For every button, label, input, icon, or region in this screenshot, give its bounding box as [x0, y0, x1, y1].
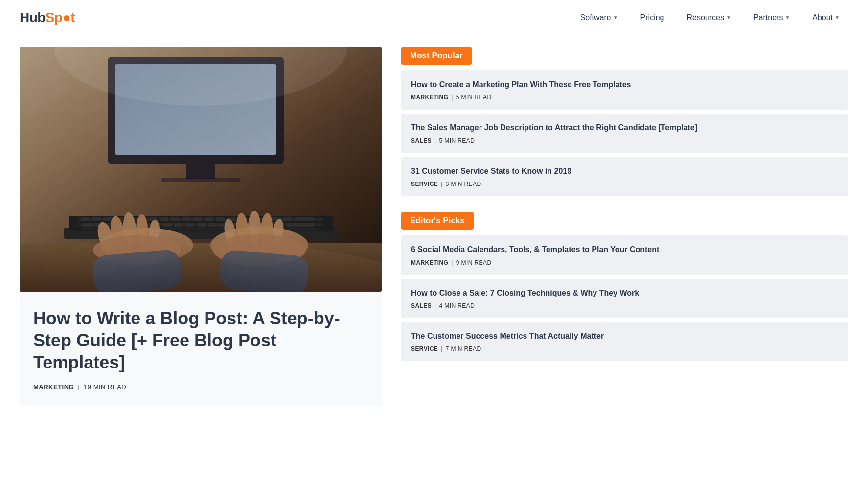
article-read-time: 19 MIN READ — [84, 383, 126, 390]
chevron-down-icon: ▼ — [613, 15, 618, 20]
ep-cat-2: SALES — [411, 302, 432, 309]
most-popular-item-2[interactable]: The Sales Manager Job Description to Att… — [401, 114, 848, 153]
editors-picks-section: Editor's Picks 6 Social Media Calendars,… — [401, 212, 848, 361]
content-wrapper: How to Write a Blog Post: A Step-by-Step… — [0, 35, 868, 418]
article-separator: | — [78, 383, 80, 390]
chevron-down-icon: ▼ — [835, 15, 840, 20]
editors-picks-item-1[interactable]: 6 Social Media Calendars, Tools, & Templ… — [401, 235, 848, 275]
logo[interactable]: HubSp●t — [20, 10, 75, 25]
nav-links: Software ▼ Pricing Resources ▼ Partners … — [571, 9, 848, 26]
navbar: HubSp●t Software ▼ Pricing Resources ▼ P… — [0, 0, 868, 35]
logo-text: HubSp●t — [20, 10, 75, 25]
most-popular-title-3: 31 Customer Service Stats to Know in 201… — [411, 166, 839, 177]
editors-picks-title-3: The Customer Success Metrics That Actual… — [411, 331, 839, 342]
most-popular-item-3[interactable]: 31 Customer Service Stats to Know in 201… — [401, 157, 848, 196]
ep-cat-1: MARKETING — [411, 259, 448, 266]
article-body: How to Write a Blog Post: A Step-by-Step… — [20, 292, 382, 406]
nav-item-about[interactable]: About ▼ — [803, 9, 848, 26]
most-popular-title-2: The Sales Manager Job Description to Att… — [411, 122, 839, 133]
editors-picks-item-2[interactable]: How to Close a Sale: 7 Closing Technique… — [401, 279, 848, 318]
article-image[interactable] — [20, 47, 382, 292]
most-popular-meta-1: MARKETING | 5 MIN READ — [411, 94, 839, 101]
article-meta: MARKETING | 19 MIN READ — [33, 383, 368, 390]
cat-1: MARKETING — [411, 94, 448, 101]
chevron-down-icon: ▼ — [785, 15, 790, 20]
cat-3: SERVICE — [411, 181, 438, 187]
article-title: How to Write a Blog Post: A Step-by-Step… — [33, 307, 368, 373]
cat-2: SALES — [411, 138, 432, 144]
nav-item-resources[interactable]: Resources ▼ — [678, 9, 740, 26]
editors-picks-meta-3: SERVICE | 7 MIN READ — [411, 345, 839, 352]
most-popular-badge: Most Popular — [401, 47, 472, 65]
editors-picks-meta-1: MARKETING | 9 MIN READ — [411, 259, 839, 266]
chevron-down-icon: ▼ — [726, 15, 731, 20]
most-popular-meta-3: SERVICE | 3 MIN READ — [411, 181, 839, 187]
article-hero-image — [20, 47, 382, 292]
most-popular-title-1: How to Create a Marketing Plan With Thes… — [411, 79, 839, 90]
article-category: MARKETING — [33, 383, 74, 390]
editors-picks-badge: Editor's Picks — [401, 212, 474, 230]
editors-picks-title-2: How to Close a Sale: 7 Closing Technique… — [411, 288, 839, 298]
editors-picks-meta-2: SALES | 4 MIN READ — [411, 302, 839, 309]
logo-spot: Sp●t — [46, 10, 75, 25]
most-popular-section: Most Popular How to Create a Marketing P… — [401, 47, 848, 196]
sidebar: Most Popular How to Create a Marketing P… — [401, 47, 848, 377]
most-popular-item-1[interactable]: How to Create a Marketing Plan With Thes… — [401, 70, 848, 110]
nav-item-partners[interactable]: Partners ▼ — [745, 9, 799, 26]
editors-picks-title-1: 6 Social Media Calendars, Tools, & Templ… — [411, 244, 839, 255]
most-popular-meta-2: SALES | 5 MIN READ — [411, 138, 839, 144]
ep-cat-3: SERVICE — [411, 345, 438, 352]
main-article: How to Write a Blog Post: A Step-by-Step… — [20, 47, 382, 406]
nav-item-software[interactable]: Software ▼ — [571, 9, 627, 26]
editors-picks-item-3[interactable]: The Customer Success Metrics That Actual… — [401, 322, 848, 361]
nav-item-pricing[interactable]: Pricing — [632, 9, 673, 26]
